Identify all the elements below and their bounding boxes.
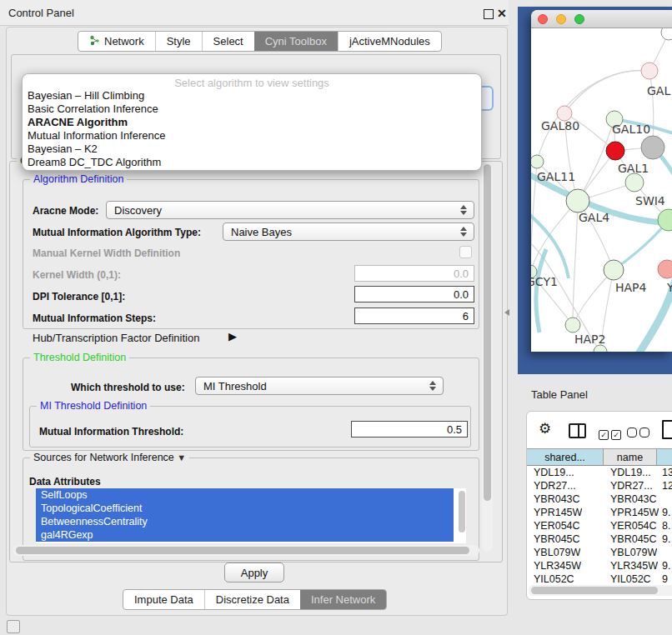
attribute-item[interactable]: gal4RGexp	[36, 528, 454, 542]
mi-type-label: Mutual Information Algorithm Type:	[33, 228, 201, 238]
cell: YPR145W	[534, 506, 582, 519]
table-row[interactable]: YBR045CYBR045C9.	[527, 532, 672, 546]
float-window-icon[interactable]	[484, 9, 494, 19]
cell: 13	[662, 466, 672, 479]
tab-infer-network[interactable]: Infer Network	[300, 590, 386, 609]
algorithm-option[interactable]: Bayesian – Hill Climbing	[23, 89, 481, 102]
attribute-item[interactable]: TopologicalCoefficient	[36, 502, 454, 515]
apply-button[interactable]: Apply	[224, 562, 284, 582]
cell: YBL079W	[610, 546, 657, 559]
network-view-area: GAL GAL80 GAL10 GAL1 GAL11 GAL4 SWI4 GCY…	[518, 7, 672, 374]
column-header-label: name	[617, 452, 643, 463]
table-row[interactable]: YDR27...YDR27...12	[527, 479, 672, 492]
tab-select[interactable]: Select	[202, 32, 254, 51]
collapse-down-arrow-icon[interactable]: ▼	[177, 452, 186, 462]
which-threshold-combobox[interactable]: MI Threshold	[195, 377, 444, 395]
node-label: GAL	[647, 85, 670, 97]
gear-icon[interactable]: ⚙	[539, 422, 551, 436]
column-header-partial[interactable]: A	[657, 448, 672, 466]
cell: 12	[662, 479, 672, 492]
node-label: GAL80	[541, 120, 579, 132]
aracne-mode-combobox[interactable]: Discovery	[106, 201, 474, 219]
tab-discretize-data[interactable]: Discretize Data	[204, 590, 300, 609]
split-columns-icon[interactable]	[569, 423, 586, 438]
tab-impute-data-label: Impute Data	[134, 593, 193, 606]
cell: YER054C	[610, 519, 657, 532]
cell: 9	[662, 572, 668, 585]
tab-style[interactable]: Style	[155, 32, 202, 51]
bottom-tabbar: Impute Data Discretize Data Infer Networ…	[123, 589, 387, 610]
node-label: SWI4	[635, 195, 665, 207]
column-header-shared-name[interactable]: shared...	[527, 448, 604, 466]
node-label: GAL11	[537, 171, 575, 182]
dpi-tolerance-field[interactable]: 0.0	[354, 286, 474, 302]
table-row[interactable]: YBR043CYBR043C	[527, 492, 672, 506]
node-label: GAL10	[612, 123, 650, 135]
tab-network[interactable]: Network	[78, 32, 155, 51]
manual-kernel-checkbox[interactable]	[459, 246, 472, 258]
attribute-item[interactable]: BetweennessCentrality	[36, 515, 454, 528]
cell: YPR145W	[610, 506, 659, 519]
checked-checkbox-pair-icon[interactable]: ✓✓	[599, 426, 621, 441]
tab-discretize-data-label: Discretize Data	[216, 593, 289, 606]
table-row[interactable]: YLR345WYLR345W9.	[527, 559, 672, 572]
algorithm-option[interactable]: Mutual Information Inference	[23, 129, 481, 142]
network-graph-svg	[531, 28, 672, 352]
panel-splitter-arrow-icon[interactable]	[504, 309, 509, 316]
settings-vscrollbar-thumb[interactable]	[484, 164, 491, 501]
tab-impute-data[interactable]: Impute Data	[123, 590, 204, 609]
control-panel-body: Network Style Select Cyni Toolbox jActiv…	[6, 27, 508, 616]
algorithm-option[interactable]: Dream8 DC_TDC Algorithm	[23, 156, 481, 169]
sources-title-text: Sources for Network Inference	[33, 452, 174, 463]
document-icon[interactable]	[662, 420, 672, 439]
algorithm-option-aracne[interactable]: ARACNE Algorithm	[23, 116, 481, 129]
tab-jactivemnodules[interactable]: jActiveMNodules	[338, 32, 441, 51]
mi-steps-label: Mutual Information Steps:	[33, 313, 156, 323]
cell: 9.	[662, 559, 670, 572]
table-body: YDL19...YDL19...13 YDR27...YDR27...12 YB…	[527, 466, 672, 585]
table-row[interactable]: YER054CYER054C8.	[527, 519, 672, 532]
list-scrollbar[interactable]	[459, 491, 465, 532]
stepper-arrows-icon	[429, 381, 437, 391]
hub-definition-label: Hub/Transcription Factor Definition	[33, 332, 199, 343]
manual-kernel-label: Manual Kernel Width Definition	[33, 248, 180, 258]
tab-cyni-toolbox[interactable]: Cyni Toolbox	[254, 32, 338, 51]
mi-type-combobox[interactable]: Naive Bayes	[223, 222, 474, 241]
algorithm-option[interactable]: Basic Correlation Inference	[23, 102, 481, 116]
mi-steps-field[interactable]: 6	[354, 308, 474, 324]
table-row[interactable]: YDL19...YDL19...13	[527, 466, 672, 479]
mi-threshold-value: 0.5	[447, 423, 462, 436]
table-row[interactable]: YPR145WYPR145W9.	[527, 506, 672, 519]
tab-style-label: Style	[167, 35, 191, 48]
column-header-name[interactable]: name	[604, 448, 657, 466]
settings-hscrollbar-thumb[interactable]	[16, 547, 469, 554]
node-label: GAL1	[618, 162, 649, 174]
data-attributes-list: SelfLoops TopologicalCoefficient Between…	[36, 488, 466, 543]
zoom-traffic-light-icon[interactable]	[574, 14, 584, 24]
expand-right-arrow-icon[interactable]: ▶	[228, 330, 237, 342]
mi-threshold-field[interactable]: 0.5	[351, 421, 468, 438]
table-row[interactable]: YIL052CYIL052C9	[527, 572, 672, 585]
dock-widget-icon[interactable]	[7, 620, 20, 633]
algorithm-dropdown-popup: Select algorithm to view settings Bayesi…	[22, 73, 482, 171]
network-window-titlebar[interactable]	[531, 10, 672, 28]
node-label: GAL4	[579, 212, 609, 223]
attribute-item[interactable]: SelfLoops	[36, 488, 454, 502]
kernel-width-field[interactable]: 0.0	[354, 265, 474, 282]
cell: YIL052C	[534, 572, 574, 585]
mi-threshold-group-title: MI Threshold Definition	[37, 400, 150, 412]
node-label: Y	[667, 282, 672, 293]
unchecked-checkbox-pair-icon[interactable]	[627, 426, 649, 441]
table-row[interactable]: YBL079WYBL079W	[527, 546, 672, 559]
algorithm-definition-title: Algorithm Definition	[30, 173, 127, 185]
which-threshold-value: MI Threshold	[203, 380, 267, 392]
algorithm-option[interactable]: Bayesian – K2	[23, 142, 481, 156]
close-traffic-light-icon[interactable]	[538, 14, 548, 24]
cell: YBR043C	[534, 492, 580, 506]
table-hscrollbar-thumb[interactable]	[531, 587, 658, 594]
network-canvas[interactable]: GAL GAL80 GAL10 GAL1 GAL11 GAL4 SWI4 GCY…	[531, 28, 672, 352]
mi-type-value: Naive Bayes	[231, 226, 292, 238]
minimize-traffic-light-icon[interactable]	[556, 14, 566, 24]
dpi-tolerance-value: 0.0	[454, 288, 469, 301]
close-icon[interactable]: ✕	[497, 7, 507, 20]
